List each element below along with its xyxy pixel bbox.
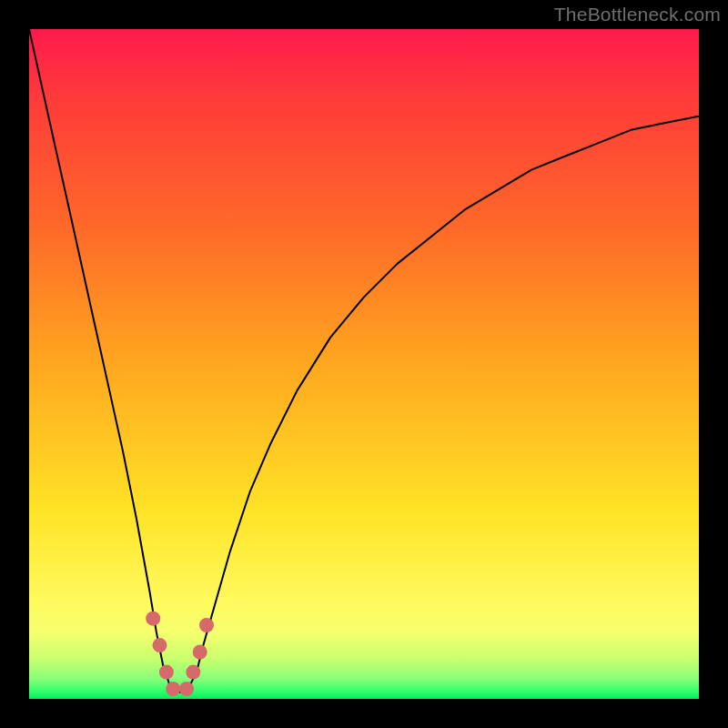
watermark-text: TheBottleneck.com [554,4,721,25]
curve-marker [166,682,180,696]
curve-marker [186,665,200,680]
curve-marker [153,638,167,652]
curve-marker [159,665,174,680]
plot-area [29,29,699,699]
chart-svg [29,29,699,699]
curve-marker [146,612,160,626]
curve-marker [193,645,207,660]
curve-highlight-markers [146,612,214,696]
curve-marker [199,618,214,632]
curve-marker [179,682,194,696]
chart-frame: TheBottleneck.com [0,0,728,728]
bottleneck-curve [29,29,699,693]
